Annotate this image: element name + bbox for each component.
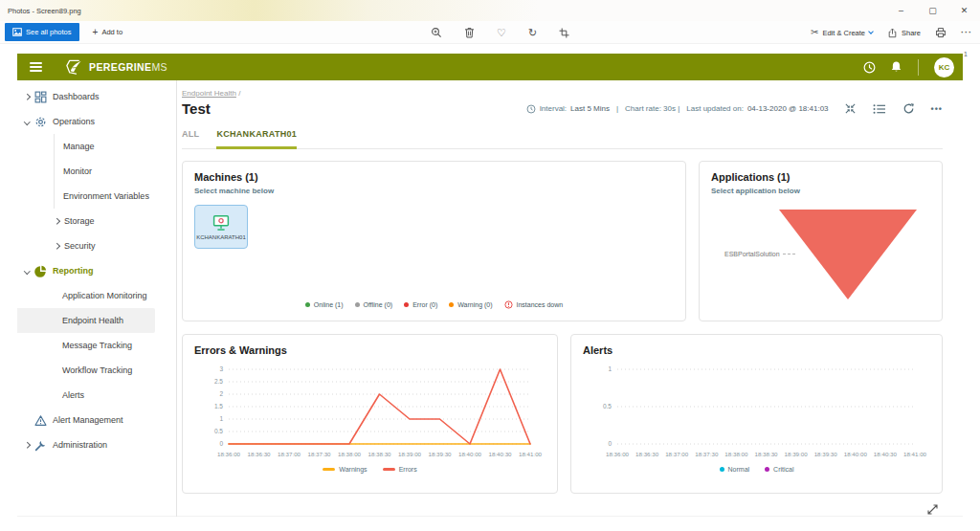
edit-create-button[interactable]: ✂ Edit & Create [811, 28, 873, 37]
svg-text:18:38:30: 18:38:30 [368, 451, 391, 457]
legend-item-warnings[interactable]: Warnings [323, 466, 367, 473]
funnel-segment-esbportalsolution[interactable] [779, 210, 917, 299]
online-dot [305, 302, 310, 307]
tab-all[interactable]: ALL [182, 129, 199, 148]
tabs-bar: ALL KCHANKARATH01 [182, 129, 943, 149]
errors-warnings-card: Errors & Warnings 00.511.522.5318:36:001… [182, 334, 558, 494]
svg-text:18:37:00: 18:37:00 [278, 451, 301, 457]
plus-icon: + [93, 27, 99, 37]
sidebar-item-environment-variables[interactable]: Environment Variables [55, 184, 176, 209]
delete-icon[interactable] [464, 27, 475, 38]
alert-triangle-icon [32, 414, 50, 427]
sidebar-item-alerts[interactable]: Alerts [17, 383, 155, 408]
see-all-photos-label: See all photos [26, 28, 72, 36]
chart-legend: NormalCritical [583, 466, 930, 473]
photo-viewer: PEREGRINEMS KC [0, 44, 980, 531]
machines-card-subtitle: Select machine below [194, 187, 674, 195]
svg-text:18:40:30: 18:40:30 [874, 451, 898, 457]
svg-text:18:36:00: 18:36:00 [217, 451, 241, 457]
main-content: Endpoint Health / Test Interval: Last 5 … [177, 80, 963, 517]
user-avatar[interactable]: KC [934, 57, 954, 77]
list-view-icon[interactable] [873, 103, 886, 115]
svg-text:0: 0 [608, 440, 612, 447]
share-icon [887, 28, 898, 38]
chevron-right-icon [24, 442, 30, 448]
brand-name: PEREGRINEMS [89, 61, 167, 73]
sidebar-item-manage[interactable]: Manage [55, 134, 176, 159]
minimize-button[interactable]: – [885, 0, 917, 21]
sidebar-item-reporting[interactable]: Reporting [17, 258, 155, 283]
clock-icon [526, 104, 536, 114]
legend-item-normal[interactable]: Normal [720, 466, 750, 473]
photos-toolbar: See all photos + Add to ♡ ↻ ✂ Edit & Cre… [0, 21, 980, 44]
more-actions-button[interactable]: ••• [931, 104, 943, 114]
refresh-icon[interactable] [902, 102, 915, 115]
close-button[interactable]: ✕ [948, 0, 980, 21]
funnel-label: ESBPortalSolution [724, 251, 795, 257]
more-options-button[interactable]: ··· [961, 28, 972, 37]
window-controls: – ▢ ✕ [885, 0, 980, 21]
sidebar-item-workflow-tracking[interactable]: Workflow Tracking [17, 358, 155, 383]
brand-logo[interactable]: PEREGRINEMS [64, 57, 167, 77]
favorite-heart-icon[interactable]: ♡ [497, 28, 506, 38]
sidebar-item-alert-management[interactable]: Alert Management [17, 408, 155, 432]
scissors-icon: ✂ [811, 28, 818, 37]
machines-card: Machines (1) Select machine below KCHANK… [182, 161, 686, 321]
svg-text:18:41:00: 18:41:00 [519, 451, 543, 457]
alerts-chart: 00.5118:36:0018:36:3018:37:0018:37:3018:… [583, 362, 930, 473]
svg-text:0.5: 0.5 [214, 428, 223, 434]
notifications-bell-icon[interactable] [890, 60, 902, 74]
sidebar-item-operations[interactable]: Operations [17, 109, 155, 134]
chart-legend: WarningsErrors [194, 466, 546, 473]
zoom-icon[interactable] [431, 27, 442, 38]
funnel-chart [778, 209, 918, 300]
history-icon[interactable] [862, 60, 877, 75]
chevron-right-icon [54, 218, 59, 224]
legend-item-critical[interactable]: Critical [765, 466, 793, 473]
monitor-icon [211, 214, 232, 232]
rotate-icon[interactable]: ↻ [528, 28, 537, 38]
sidebar-item-monitor[interactable]: Monitor [55, 159, 176, 184]
svg-text:18:37:30: 18:37:30 [307, 451, 331, 457]
machines-status-legend: Online (1) Offline (0) Error (0) Warning… [194, 300, 674, 311]
print-icon[interactable] [935, 27, 947, 38]
legend-offline: Offline (0) [355, 301, 393, 308]
alert-circle-icon [504, 300, 513, 309]
share-label: Share [902, 29, 921, 37]
breadcrumb-link-endpoint-health[interactable]: Endpoint Health [182, 89, 236, 98]
legend-item-errors[interactable]: Errors [383, 466, 417, 473]
see-all-photos-button[interactable]: See all photos [5, 23, 79, 41]
dashboards-grid-icon [32, 91, 50, 103]
collapse-icon[interactable] [844, 102, 857, 115]
page-title: Test [182, 100, 211, 117]
crop-icon[interactable] [559, 28, 569, 38]
tab-kchankarath01[interactable]: KCHANKARATH01 [216, 129, 297, 149]
sidebar-nav: Dashboards Operations Manage Monitor Env… [17, 80, 177, 517]
machine-tile-label: KCHANKARATH01 [196, 234, 246, 240]
maximize-button[interactable]: ▢ [917, 0, 948, 21]
sidebar-item-security[interactable]: Security [17, 233, 155, 258]
sidebar-item-application-monitoring[interactable]: Application Monitoring [17, 283, 155, 308]
sidebar-item-dashboards[interactable]: Dashboards [17, 84, 155, 109]
sidebar-item-storage[interactable]: Storage [17, 209, 155, 233]
svg-text:18:39:00: 18:39:00 [398, 451, 422, 457]
legend-instances-down: Instances down [504, 300, 564, 309]
alerts-card: Alerts 00.5118:36:0018:36:3018:37:0018:3… [570, 334, 943, 494]
sidebar-item-administration[interactable]: Administration [17, 432, 155, 457]
svg-text:18:41:00: 18:41:00 [903, 451, 927, 457]
notification-count-badge: 1 [964, 51, 968, 57]
header-divider [918, 59, 919, 76]
svg-text:18:38:00: 18:38:00 [338, 451, 362, 457]
screenshot-image: PEREGRINEMS KC [17, 54, 963, 517]
add-to-button[interactable]: + Add to [93, 27, 123, 37]
expand-fullscreen-icon[interactable] [926, 502, 939, 520]
legend-error: Error (0) [404, 301, 437, 308]
share-button[interactable]: Share [887, 28, 921, 38]
edit-create-label: Edit & Create [822, 29, 865, 37]
legend-warning: Warning (0) [449, 301, 492, 308]
sidebar-item-message-tracking[interactable]: Message Tracking [17, 333, 155, 358]
svg-text:18:37:00: 18:37:00 [665, 451, 689, 457]
hamburger-menu-icon[interactable] [30, 62, 42, 73]
sidebar-item-endpoint-health[interactable]: Endpoint Health [17, 308, 155, 333]
machine-tile-kchankarath01[interactable]: KCHANKARATH01 [194, 205, 248, 249]
